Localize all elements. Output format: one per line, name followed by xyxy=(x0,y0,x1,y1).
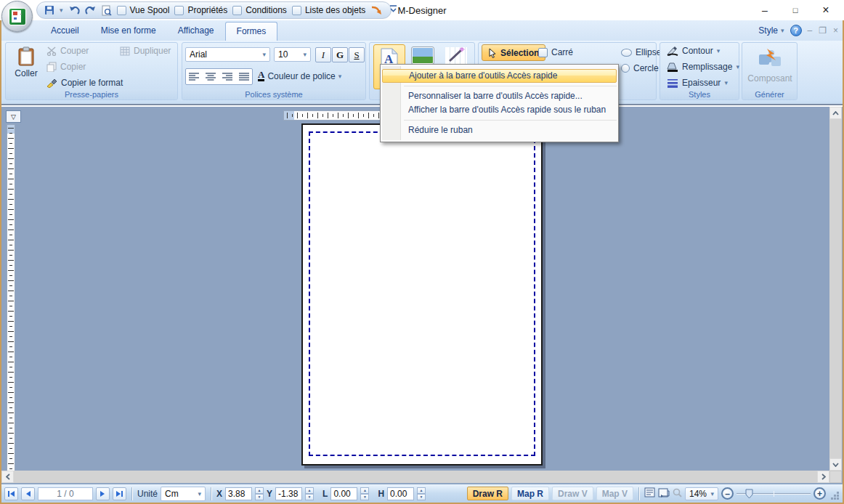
format-painter-button[interactable]: Copier le format xyxy=(46,78,123,88)
ellipse-shape-button[interactable]: Ellipse xyxy=(621,47,661,57)
y-input[interactable]: -1.38 xyxy=(275,487,302,500)
liste-objets-toggle[interactable]: Liste des objets xyxy=(292,5,365,15)
orange-arrow-icon[interactable] xyxy=(370,5,382,15)
font-size-select[interactable]: 10 ▾ xyxy=(274,47,311,62)
scroll-left-button[interactable] xyxy=(1,471,14,483)
mode-draw-r-button[interactable]: Draw R xyxy=(467,487,508,500)
vertical-scrollbar[interactable] xyxy=(829,107,842,471)
redo-button[interactable] xyxy=(85,6,97,15)
mode-draw-v-button[interactable]: Draw V xyxy=(552,487,593,500)
l-stepper-up[interactable]: ▲ xyxy=(360,487,369,494)
scroll-down-button[interactable] xyxy=(829,458,842,471)
previous-page-button[interactable] xyxy=(21,487,35,500)
design-canvas[interactable]: ▽ xyxy=(1,107,843,484)
underline-button[interactable]: S xyxy=(349,47,365,62)
zoom-slider[interactable] xyxy=(737,487,811,500)
save-dropdown-arrow-icon[interactable]: ▾ xyxy=(60,7,63,14)
align-center-button[interactable] xyxy=(203,69,219,84)
application-menu-button[interactable] xyxy=(1,1,33,32)
x-input[interactable]: 3.88 xyxy=(225,487,252,500)
selection-tool-button[interactable]: Sélection xyxy=(482,44,545,61)
align-left-button[interactable] xyxy=(186,69,203,84)
vue-spool-toggle[interactable]: Vue Spool xyxy=(117,5,170,15)
font-color-button[interactable]: A Couleur de police ▾ xyxy=(258,70,341,81)
page-view-button[interactable] xyxy=(658,487,670,500)
y-stepper-up[interactable]: ▲ xyxy=(305,487,314,494)
h-input[interactable]: 0.00 xyxy=(387,487,414,500)
fill-button[interactable]: Remplissage ▾ xyxy=(667,62,739,72)
component-button[interactable]: Composant xyxy=(745,44,795,89)
h-stepper-down[interactable]: ▼ xyxy=(417,494,426,500)
document-page[interactable] xyxy=(301,123,543,466)
zoom-in-button[interactable]: + xyxy=(813,487,826,500)
unit-select[interactable]: Cm ▾ xyxy=(161,487,206,501)
x-stepper-up[interactable]: ▲ xyxy=(255,487,264,494)
tab-affichage[interactable]: Affichage xyxy=(167,22,225,41)
minimize-button[interactable]: – xyxy=(750,0,780,20)
scroll-up-button[interactable] xyxy=(829,107,842,119)
zoom-lens-button[interactable] xyxy=(673,488,682,500)
line-thickness-icon xyxy=(667,78,678,88)
help-button[interactable]: ? xyxy=(790,25,802,36)
menu-item-show-qat-below[interactable]: Afficher la barre d'outils Accès rapide … xyxy=(381,103,618,117)
style-dropdown-arrow-icon: ▾ xyxy=(781,27,784,34)
paste-button[interactable]: Coller xyxy=(10,44,42,89)
square-shape-button[interactable]: Carré xyxy=(538,47,573,57)
resize-grip[interactable] xyxy=(830,491,840,503)
scroll-right-button[interactable] xyxy=(817,471,829,483)
h-stepper-up[interactable]: ▲ xyxy=(417,487,426,494)
vertical-ruler-ticks xyxy=(7,125,15,471)
conditions-toggle[interactable]: Conditions xyxy=(232,5,287,15)
proprietes-toggle[interactable]: Propriétés xyxy=(174,5,227,15)
y-stepper-down[interactable]: ▼ xyxy=(305,494,314,500)
liste-objets-checkbox[interactable] xyxy=(292,6,301,15)
undo-button[interactable] xyxy=(68,6,80,15)
x-stepper-down[interactable]: ▼ xyxy=(255,494,264,500)
font-family-select[interactable]: Arial ▾ xyxy=(185,47,270,62)
mode-map-v-button[interactable]: Map V xyxy=(596,487,633,500)
proprietes-checkbox[interactable] xyxy=(174,6,184,15)
mdi-close-button[interactable]: × xyxy=(833,25,838,36)
conditions-checkbox[interactable] xyxy=(232,6,242,15)
bold-button[interactable]: G xyxy=(332,47,348,62)
save-button[interactable] xyxy=(44,5,54,15)
next-page-button[interactable] xyxy=(96,487,110,500)
menu-item-minimize-ribbon[interactable]: Réduire le ruban xyxy=(381,123,618,137)
style-dropdown[interactable]: Style ▾ xyxy=(758,25,784,36)
mdi-minimize-button[interactable]: – xyxy=(808,25,813,36)
menu-item-add-to-qat[interactable]: Ajouter à la barre d'outils Accès rapide xyxy=(382,69,617,83)
tab-accueil[interactable]: Accueil xyxy=(40,22,90,41)
align-right-button[interactable] xyxy=(219,69,236,84)
align-justify-button[interactable] xyxy=(235,69,252,84)
normal-view-button[interactable] xyxy=(644,487,655,500)
zoom-level-select[interactable]: 14% ▾ xyxy=(685,487,718,500)
tab-mise-en-forme[interactable]: Mise en forme xyxy=(90,22,167,41)
mdi-restore-button[interactable]: ❐ xyxy=(819,25,827,36)
zoom-slider-thumb[interactable] xyxy=(745,489,753,501)
tab-formes[interactable]: Formes xyxy=(225,22,278,41)
l-input[interactable]: 0.00 xyxy=(330,487,357,500)
format-brush-icon xyxy=(46,78,57,88)
vue-spool-checkbox[interactable] xyxy=(117,6,126,15)
maximize-button[interactable]: □ xyxy=(780,0,811,20)
pen-icon xyxy=(667,46,678,56)
zoom-out-button[interactable]: – xyxy=(721,487,734,500)
mode-map-r-button[interactable]: Map R xyxy=(511,487,549,500)
circle-shape-button[interactable]: Cercle xyxy=(621,63,659,73)
first-page-button[interactable] xyxy=(4,487,18,500)
cut-button[interactable]: Couper xyxy=(46,46,89,56)
last-page-button[interactable] xyxy=(113,487,126,500)
copy-button[interactable]: Copier xyxy=(46,62,86,72)
thickness-button[interactable]: Epaisseur ▾ xyxy=(667,78,728,88)
horizontal-scrollbar[interactable] xyxy=(1,471,829,483)
menu-item-customize-qat[interactable]: Personnaliser la barre d'outils Accès ra… xyxy=(381,89,618,103)
italic-button[interactable]: I xyxy=(315,47,331,62)
preview-button[interactable] xyxy=(102,5,112,16)
close-button[interactable]: × xyxy=(811,0,841,20)
outline-button[interactable]: Contour ▾ xyxy=(667,46,720,56)
ruler-origin-widget[interactable]: ▽ xyxy=(6,110,21,123)
duplicate-button[interactable]: Dupliquer xyxy=(120,46,171,56)
font-size-dropdown-arrow-icon: ▾ xyxy=(303,51,307,58)
l-stepper-down[interactable]: ▼ xyxy=(360,494,369,500)
customize-qat-button[interactable] xyxy=(389,4,397,15)
